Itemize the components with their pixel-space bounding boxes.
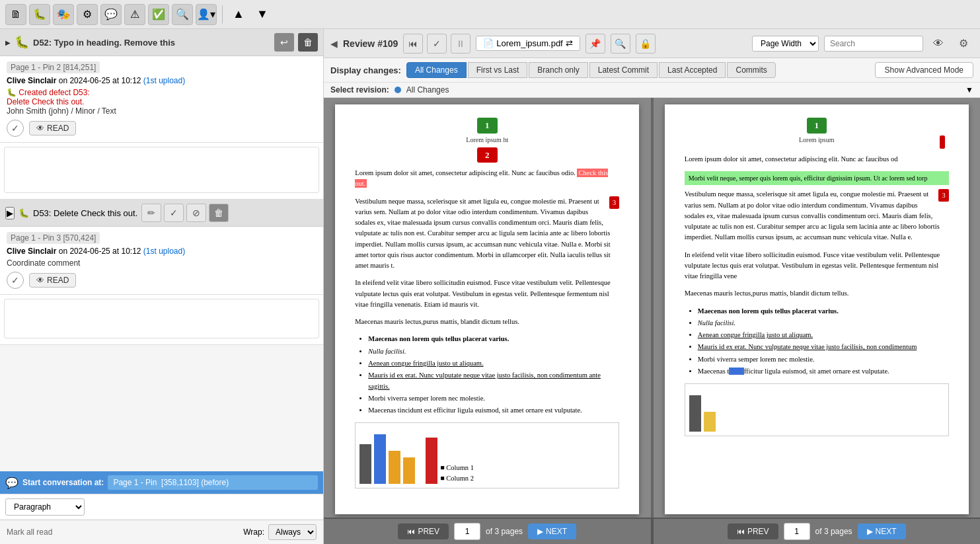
mark-all-read-btn[interactable]: Mark all read: [7, 527, 52, 537]
body-text-2: Vestibulum neque massa, scelerisque sit …: [355, 198, 610, 270]
toolbar-search-icon[interactable]: 🔍: [172, 4, 193, 25]
tab-branch-only[interactable]: Branch only: [529, 62, 587, 78]
badge-3-marker: 3: [609, 196, 620, 209]
nav-panel-right: ⏮ PREV of 3 pages ▶ NEXT: [651, 518, 981, 544]
tab-last-accepted[interactable]: Last Accepted: [659, 62, 726, 78]
bottom-nav-row: ⏮ PREV of 3 pages ▶ NEXT ⏮ PREV: [324, 518, 980, 544]
paragraph-select[interactable]: Paragraph: [5, 498, 85, 516]
read-btn-2[interactable]: 👁 READ: [29, 273, 76, 288]
defect-d53-toggle[interactable]: ▶: [5, 207, 15, 219]
toolbar-down-btn[interactable]: ▼: [252, 4, 273, 25]
check-circle-btn-1[interactable]: ✓: [7, 120, 24, 137]
author-line-1: Clive Sinclair on 2024-06-25 at 10:12 (1…: [7, 76, 317, 85]
gear-btn[interactable]: ⚙: [954, 34, 973, 54]
check-mark-btn[interactable]: ✓: [427, 34, 447, 54]
annotation-1: Page 1 - Pin 2 [814,251] Clive Sinclair …: [0, 56, 323, 143]
bullet-r-5: Morbi viverra semper lorem nec molestie.: [698, 354, 949, 365]
tab-latest-commit[interactable]: Latest Commit: [589, 62, 658, 78]
show-advanced-mode-btn[interactable]: Show Advanced Mode: [875, 62, 973, 78]
bullet-r-2: Nulla facilisi.: [698, 318, 949, 329]
doc-para-right-2: 3 Vestibulum neque massa, scelerisque si…: [685, 189, 949, 243]
toolbar-comment-icon[interactable]: 💬: [100, 4, 122, 25]
doc-panels-row: 1 Lorem ipsum ht 2 Lorem ipsum dolor sit…: [324, 98, 980, 518]
transfer-icon: ⇄: [566, 38, 573, 48]
upload-link-1[interactable]: (1st upload): [143, 76, 185, 85]
defect-d53-stop-btn[interactable]: ⊘: [186, 204, 206, 222]
tab-commits[interactable]: Commits: [727, 62, 775, 78]
reply-textarea-1[interactable]: [4, 147, 319, 193]
right-area: ◀ Review #109 ⏮ ✓ ⏸ 📄 Lorem_ipsum.pdf ⇄ …: [324, 29, 980, 544]
next-label-right: NEXT: [876, 527, 897, 536]
zoom-btn[interactable]: 🔍: [611, 34, 630, 54]
badge-1-caption: Lorem ipsum ht: [466, 135, 508, 145]
pin-btn[interactable]: 📌: [585, 34, 605, 54]
badge-3-right: 3: [938, 189, 949, 202]
toolbar-user-icon[interactable]: 👤▾: [196, 4, 217, 25]
reply-area-1: [0, 143, 323, 200]
rev-arrow[interactable]: ▼: [965, 85, 973, 95]
defect-d53-edit-btn[interactable]: ✏: [141, 204, 161, 222]
page-input-right[interactable]: [784, 523, 810, 540]
toolbar-bug-icon[interactable]: 🐛: [29, 4, 50, 25]
prev-btn-right[interactable]: ⏮ PREV: [728, 524, 778, 539]
defect-created-label: 🐛 Created defect D53:: [7, 88, 317, 97]
lock-btn[interactable]: 🔒: [636, 34, 656, 54]
defect-d52-title: D52: Typo in heading. Remove this: [33, 38, 270, 48]
bar-r-1: [689, 395, 701, 432]
next-btn-left[interactable]: ▶ NEXT: [528, 524, 576, 539]
reply-textarea-2[interactable]: [4, 299, 319, 338]
next-icon-right: ▶: [867, 527, 873, 536]
read-label-1: READ: [47, 124, 69, 133]
of-pages-right: of 3 pages: [815, 527, 852, 536]
defect-d53-accept-btn[interactable]: ✓: [164, 204, 184, 222]
doc-panel-right[interactable]: 1 Lorem ipsum Lorem ipsum dolor sit amet…: [651, 98, 981, 518]
first-page-btn[interactable]: ⏮: [403, 34, 423, 54]
disabled-nav-btn[interactable]: ⏸: [451, 34, 471, 54]
defect-d52-undo-btn[interactable]: ↩: [274, 33, 294, 52]
action-row-1: ✓ 👁 READ: [7, 120, 317, 137]
page-canvas-left: 1 Lorem ipsum ht 2 Lorem ipsum dolor sit…: [335, 104, 639, 514]
defect-d52-delete-btn[interactable]: 🗑: [298, 33, 318, 52]
tab-first-vs-last[interactable]: First vs Last: [468, 62, 528, 78]
page-width-select[interactable]: Page Width: [752, 36, 819, 52]
prev-btn-left[interactable]: ⏮ PREV: [398, 524, 449, 539]
tab-all-changes[interactable]: All Changes: [406, 62, 467, 78]
display-changes-label: Display changes:: [330, 65, 401, 75]
prev-label-left: PREV: [418, 527, 439, 536]
file-name-display: 📄 Lorem_ipsum.pdf ⇄: [476, 36, 580, 51]
check-circle-btn-2[interactable]: ✓: [7, 272, 24, 289]
toolbar-warning-icon[interactable]: ⚠: [124, 4, 145, 25]
next-btn-right[interactable]: ▶ NEXT: [858, 524, 906, 539]
eye-btn[interactable]: 👁: [928, 34, 948, 54]
nav-panel-left: ⏮ PREV of 3 pages ▶ NEXT: [324, 518, 651, 544]
doc-para-1: Lorem ipsum dolor sit amet, consectetur …: [355, 168, 619, 190]
toolbar-settings-icon[interactable]: ⚙: [77, 4, 98, 25]
doc-panel-left[interactable]: 1 Lorem ipsum ht 2 Lorem ipsum dolor sit…: [324, 98, 651, 518]
green-highlight-bar: Morbi velit neque, semper quis lorem qui…: [685, 171, 949, 186]
read-btn-1[interactable]: 👁 READ: [29, 121, 76, 136]
action-row-2: ✓ 👁 READ: [7, 272, 317, 289]
toolbar-doc-icon[interactable]: 🗎: [5, 4, 26, 25]
defect-d52-toggle[interactable]: ▶: [5, 39, 11, 46]
toolbar-mask-icon[interactable]: 🎭: [53, 4, 74, 25]
eye-icon-1: 👁: [36, 124, 44, 133]
wrap-section: Wrap: Always: [243, 524, 317, 540]
defect-d52-icon: 🐛: [15, 35, 29, 50]
review-header: ◀ Review #109 ⏮ ✓ ⏸ 📄 Lorem_ipsum.pdf ⇄ …: [324, 29, 980, 58]
toolbar-check-icon[interactable]: ✅: [148, 4, 169, 25]
dc-tabs: All Changes First vs Last Branch only La…: [406, 62, 776, 78]
select-rev-label: Select revision:: [330, 85, 389, 95]
search-input[interactable]: [824, 36, 923, 52]
page-canvas-right: 1 Lorem ipsum Lorem ipsum dolor sit amet…: [665, 104, 969, 514]
wrap-select[interactable]: Always: [268, 524, 317, 540]
chart-right: [685, 383, 949, 436]
author-name-1: Clive Sinclair: [7, 76, 56, 85]
back-arrow-btn[interactable]: ◀: [330, 38, 338, 49]
upload-link-2[interactable]: (1st upload): [143, 247, 185, 256]
conv-input[interactable]: [108, 475, 318, 490]
file-name-label: Lorem_ipsum.pdf: [496, 38, 562, 48]
defect-meta-1: John Smith (john) / Minor / Text: [7, 106, 317, 116]
defect-d53-delete-btn[interactable]: 🗑: [209, 204, 229, 222]
toolbar-up-btn[interactable]: ▲: [228, 4, 249, 25]
page-input-left[interactable]: [454, 523, 480, 540]
